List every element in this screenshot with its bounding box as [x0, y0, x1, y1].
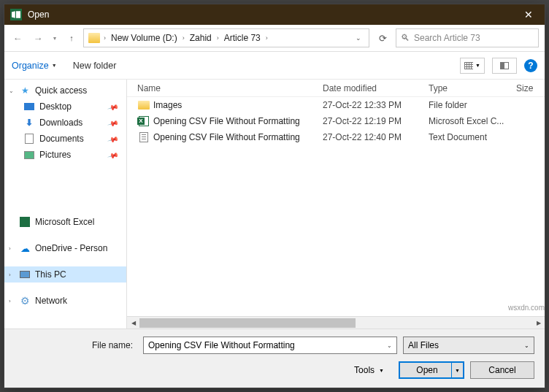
preview-icon: [500, 62, 509, 69]
col-date[interactable]: Date modified: [323, 83, 429, 93]
open-button[interactable]: Open ▼: [399, 361, 464, 379]
close-button[interactable]: ✕: [512, 4, 545, 25]
folder-icon: [137, 99, 150, 111]
search-input[interactable]: 🔍︎ Search Article 73: [396, 28, 539, 47]
view-options-button[interactable]: ▼: [460, 58, 485, 74]
breadcrumb-dropdown[interactable]: ⌄: [351, 34, 366, 42]
sidebar-excel[interactable]: Microsoft Excel: [4, 214, 126, 230]
preview-pane-button[interactable]: [492, 58, 517, 74]
filename-value: Opening CSV File Without Formatting: [148, 340, 295, 350]
sidebar-pictures[interactable]: Pictures📌: [4, 147, 126, 163]
crumb-0[interactable]: New Volume (D:): [110, 32, 179, 44]
expand-icon[interactable]: ›: [9, 245, 11, 252]
desktop-icon: [23, 101, 35, 112]
pin-icon: 📌: [107, 149, 119, 161]
nav-bar: ← → ▾ ↑ › New Volume (D:) › Zahid › Arti…: [4, 25, 545, 52]
pin-icon: 📌: [107, 101, 119, 112]
txt-icon: [137, 131, 150, 143]
open-split-dropdown[interactable]: ▼: [451, 363, 463, 377]
organize-label: Organize: [12, 61, 49, 71]
col-size[interactable]: Size: [516, 83, 537, 93]
file-date: 27-Oct-22 12:19 PM: [323, 116, 429, 126]
history-dropdown[interactable]: ▾: [50, 29, 60, 47]
cancel-button[interactable]: Cancel: [470, 361, 534, 379]
excel-app-icon: [10, 9, 22, 20]
sidebar-onedrive[interactable]: ›☁OneDrive - Person: [4, 240, 126, 256]
scroll-left[interactable]: ◀: [127, 317, 139, 329]
pictures-icon: [23, 149, 35, 161]
file-row[interactable]: Opening CSV File Without Formatting27-Oc…: [127, 129, 545, 145]
sidebar-network[interactable]: ›⚙Network: [4, 293, 126, 309]
cloud-icon: ☁: [19, 242, 31, 254]
chevron-right-icon[interactable]: ›: [101, 34, 108, 42]
watermark: wsxdn.com: [508, 304, 545, 312]
label: Desktop: [39, 101, 72, 112]
open-label: Open: [416, 365, 437, 375]
filename-input[interactable]: Opening CSV File Without Formatting ⌄: [143, 337, 397, 354]
sidebar-this-pc[interactable]: ›This PC: [4, 266, 126, 283]
scroll-thumb[interactable]: [139, 318, 356, 328]
expand-icon[interactable]: ›: [9, 298, 11, 304]
horizontal-scrollbar[interactable]: ◀ ▶: [127, 316, 545, 328]
chevron-down-icon: ⌄: [524, 342, 529, 349]
star-icon: ★: [19, 85, 31, 96]
help-button[interactable]: ?: [524, 59, 537, 72]
pc-icon: [19, 269, 31, 280]
label: Downloads: [39, 118, 82, 128]
chevron-down-icon[interactable]: ⌄: [387, 342, 392, 349]
refresh-button[interactable]: ⟳: [372, 28, 393, 47]
dialog-body: ⌄★Quick access Desktop📌 ⬇Downloads📌 Docu…: [4, 80, 545, 328]
label: Network: [35, 296, 67, 306]
search-placeholder: Search Article 73: [414, 33, 480, 43]
back-button[interactable]: ←: [9, 29, 26, 47]
file-name: Images: [153, 100, 323, 110]
sidebar-downloads[interactable]: ⬇Downloads📌: [4, 115, 126, 131]
sidebar-documents[interactable]: Documents📌: [4, 131, 126, 147]
col-name[interactable]: Name: [137, 83, 323, 93]
expand-icon[interactable]: ›: [9, 272, 11, 278]
forward-button[interactable]: →: [29, 29, 47, 47]
label: OneDrive - Person: [35, 243, 107, 253]
chevron-right-icon[interactable]: ›: [180, 34, 187, 42]
pin-icon: 📌: [107, 117, 119, 128]
label: Documents: [39, 134, 84, 144]
crumb-2[interactable]: Article 73: [223, 32, 262, 44]
file-name: Opening CSV File Without Formatting: [153, 116, 323, 126]
file-row[interactable]: Images27-Oct-22 12:33 PMFile folder: [127, 97, 545, 113]
sidebar-gap: [4, 163, 126, 204]
chevron-down-icon: ▼: [475, 63, 480, 68]
tools-label: Tools: [354, 365, 375, 375]
chevron-right-icon[interactable]: ›: [264, 34, 270, 42]
sidebar-quick-access[interactable]: ⌄★Quick access: [4, 82, 126, 99]
file-name: Opening CSV File Without Formatting: [153, 132, 323, 142]
scroll-right[interactable]: ▶: [532, 317, 545, 329]
col-type[interactable]: Type: [429, 83, 516, 93]
new-folder-button[interactable]: New folder: [73, 61, 117, 71]
label: Microsoft Excel: [35, 217, 94, 227]
xlsx-icon: [137, 115, 150, 127]
sidebar-desktop[interactable]: Desktop📌: [4, 99, 126, 115]
crumb-1[interactable]: Zahid: [188, 32, 213, 44]
breadcrumb[interactable]: › New Volume (D:) › Zahid › Article 73 ›…: [83, 28, 369, 47]
filetype-filter[interactable]: All Files ⌄: [403, 337, 534, 354]
grid-icon: [464, 62, 473, 69]
chevron-down-icon: ▼: [52, 63, 57, 68]
filter-value: All Files: [408, 340, 439, 350]
dialog-footer: File name: Opening CSV File Without Form…: [4, 328, 545, 388]
file-row[interactable]: Opening CSV File Without Formatting27-Oc…: [127, 113, 545, 129]
chevron-right-icon[interactable]: ›: [215, 34, 221, 42]
column-headers: Name Date modified Type Size: [127, 80, 545, 97]
excel-icon: [19, 216, 31, 228]
scroll-track[interactable]: [139, 317, 532, 329]
toolbar: Organize ▼ New folder ▼ ?: [4, 52, 545, 80]
filename-label: File name:: [15, 340, 137, 350]
up-button[interactable]: ↑: [63, 29, 80, 47]
drive-icon: [88, 33, 100, 43]
file-type: Text Document: [429, 132, 516, 142]
organize-menu[interactable]: Organize ▼: [12, 61, 57, 71]
expand-icon[interactable]: ⌄: [9, 88, 14, 94]
downloads-icon: ⬇: [23, 117, 35, 128]
tools-menu[interactable]: Tools ▼: [354, 365, 384, 375]
pin-icon: 📌: [107, 133, 119, 145]
file-list: Images27-Oct-22 12:33 PMFile folderOpeni…: [127, 97, 545, 316]
